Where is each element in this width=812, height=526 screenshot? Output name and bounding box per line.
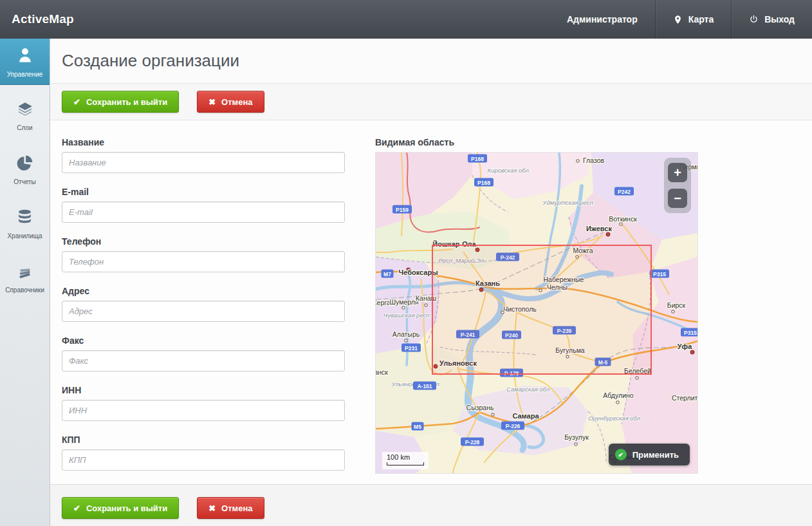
road-badge-label: Р242 bbox=[618, 189, 631, 195]
user-menu[interactable]: Администратор bbox=[549, 0, 655, 39]
map-basemap: ГлазовПермьВоткинскИжевскЙошкар-ОлаМожга… bbox=[376, 153, 697, 474]
database-icon bbox=[16, 209, 33, 229]
map-canvas[interactable]: ГлазовПермьВоткинскИжевскЙошкар-ОлаМожга… bbox=[375, 152, 698, 474]
sidebar: Управление Слои Отчеты Хранилища Справоч… bbox=[0, 39, 50, 526]
inn-input[interactable] bbox=[62, 400, 345, 421]
map-city-label: Абдулино bbox=[603, 391, 633, 399]
check-icon: ✔ bbox=[73, 503, 80, 513]
cancel-button-label: Отмена bbox=[221, 97, 252, 107]
map-region-label: Кировская обл. bbox=[488, 167, 531, 174]
kpp-input[interactable] bbox=[62, 449, 345, 471]
sidebar-item-label: Справочники bbox=[5, 286, 44, 294]
map-city-dot bbox=[575, 443, 577, 446]
field-kpp: КПП bbox=[62, 435, 345, 471]
map-link[interactable]: Карта bbox=[655, 0, 732, 39]
logout-label: Выход bbox=[764, 14, 795, 24]
sidebar-item-label: Хранилища bbox=[7, 232, 42, 240]
sidebar-item-label: Слои bbox=[17, 124, 32, 131]
save-button-bottom[interactable]: ✔ Сохранить и выйти bbox=[62, 497, 179, 519]
books-icon bbox=[16, 263, 34, 283]
map-selection-rect[interactable] bbox=[432, 245, 651, 374]
sidebar-item-storages[interactable]: Хранилища bbox=[0, 201, 50, 247]
map-city-dot bbox=[577, 160, 579, 162]
layers-icon bbox=[16, 101, 34, 120]
map-city-label: Уфа bbox=[678, 343, 692, 350]
scale-bar-line bbox=[387, 462, 424, 465]
map-city-dot bbox=[405, 339, 407, 342]
name-input[interactable] bbox=[62, 152, 345, 173]
road-badge-label: Р159 bbox=[396, 207, 409, 213]
topbar-menu: Администратор Карта Выход bbox=[549, 0, 812, 39]
map-pin-icon bbox=[673, 14, 683, 25]
sidebar-item-directories[interactable]: Справочники bbox=[0, 255, 50, 301]
inn-label: ИНН bbox=[62, 385, 345, 395]
map-region-label: Самарская обл. bbox=[506, 386, 551, 393]
map-city-label: Алатырь bbox=[392, 330, 420, 338]
pie-chart-icon bbox=[16, 155, 33, 174]
road-badge-label: Р168 bbox=[471, 156, 484, 162]
logout-button[interactable]: Выход bbox=[731, 0, 812, 39]
save-button-label: Сохранить и выйти bbox=[86, 503, 167, 513]
cancel-button-bottom[interactable]: ✖ Отмена bbox=[197, 497, 264, 519]
map-region-label: Оренбургская обл. bbox=[588, 415, 642, 422]
name-label: Название bbox=[62, 137, 345, 147]
zoom-in-button[interactable]: + bbox=[668, 163, 687, 182]
cross-icon: ✖ bbox=[208, 503, 216, 513]
toolbar: ✔ Сохранить и выйти ✖ Отмена bbox=[50, 84, 812, 120]
logout-icon bbox=[749, 14, 759, 24]
map-city-dot bbox=[690, 350, 694, 354]
road-badge-label: А-151 bbox=[417, 383, 432, 390]
field-inn: ИНН bbox=[62, 385, 345, 421]
map-city-label: Бирск bbox=[667, 301, 686, 309]
visible-area-section: Видимая область bbox=[375, 137, 698, 484]
cross-icon: ✖ bbox=[208, 97, 216, 107]
fax-input[interactable] bbox=[62, 350, 345, 371]
apply-button[interactable]: ✔ Применить bbox=[609, 444, 690, 465]
sidebar-item-label: Управление bbox=[7, 71, 43, 78]
road-badge-label: Р315 bbox=[653, 271, 666, 277]
phone-input[interactable] bbox=[62, 251, 345, 272]
cancel-button[interactable]: ✖ Отмена bbox=[197, 91, 264, 113]
road-badge-label: Р-228 bbox=[465, 439, 480, 446]
sidebar-item-layers[interactable]: Слои bbox=[0, 93, 50, 139]
map-city-label: Шумерля bbox=[389, 298, 418, 306]
check-icon: ✔ bbox=[73, 97, 80, 107]
fax-label: Факс bbox=[62, 335, 345, 346]
field-phone: Телефон bbox=[62, 236, 345, 272]
scale-label: 100 km bbox=[387, 453, 410, 461]
map-city-dot bbox=[620, 223, 622, 225]
main-area: Создание организации ✔ Сохранить и выйти… bbox=[50, 39, 812, 526]
map-city-label: Стерлитамак bbox=[672, 394, 697, 402]
organization-form: Название E-mail Телефон Адрес Факс ИНН bbox=[62, 137, 345, 484]
sidebar-item-reports[interactable]: Отчеты bbox=[0, 147, 50, 193]
address-input[interactable] bbox=[62, 301, 345, 322]
sidebar-item-label: Отчеты bbox=[14, 178, 36, 185]
field-fax: Факс bbox=[62, 335, 345, 371]
topbar: ActiveMap Администратор Карта Выход bbox=[0, 0, 812, 39]
map-city-label: Ижевск bbox=[586, 225, 612, 232]
road-badge-label: М5 bbox=[414, 424, 421, 430]
field-name: Название bbox=[62, 137, 345, 173]
content: Название E-mail Телефон Адрес Факс ИНН bbox=[50, 120, 812, 484]
map-city-dot bbox=[425, 304, 427, 306]
road-badge-label: Р168 bbox=[477, 180, 490, 186]
sidebar-item-management[interactable]: Управление bbox=[0, 39, 50, 85]
map-link-label: Карта bbox=[688, 14, 714, 24]
map-city-dot bbox=[672, 310, 674, 313]
zoom-out-button[interactable]: − bbox=[668, 189, 687, 208]
map-region-label: Удмуртская респ. bbox=[542, 199, 595, 206]
field-email: E-mail bbox=[62, 187, 345, 223]
map-city-dot bbox=[492, 413, 494, 416]
map-city-dot bbox=[606, 232, 610, 236]
page-header: Создание организации bbox=[50, 39, 812, 84]
map-city-label: Глазов bbox=[583, 156, 604, 164]
save-button[interactable]: ✔ Сохранить и выйти bbox=[62, 91, 179, 113]
email-input[interactable] bbox=[62, 202, 345, 223]
map-city-label: Саранск bbox=[376, 368, 388, 376]
visible-area-label: Видимая область bbox=[375, 137, 698, 147]
page-title: Создание организации bbox=[62, 51, 239, 71]
apply-button-label: Применить bbox=[632, 450, 679, 460]
road-badge-label: Р231 bbox=[405, 345, 418, 352]
field-address: Адрес bbox=[62, 286, 345, 322]
save-button-label: Сохранить и выйти bbox=[86, 97, 167, 107]
